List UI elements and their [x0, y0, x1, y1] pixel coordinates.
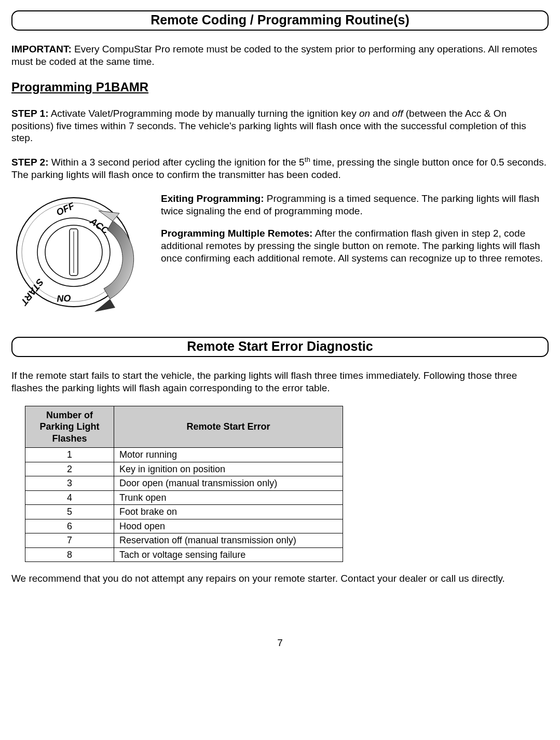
cell-error: Foot brake on — [114, 505, 343, 519]
step2-label: STEP 2: — [11, 157, 48, 168]
exiting-programming-paragraph: Exiting Programming: Programming is a ti… — [161, 193, 549, 217]
table-header-error: Remote Start Error — [114, 406, 343, 448]
table-row: 5Foot brake on — [25, 505, 343, 519]
step1-paragraph: STEP 1: Activate Valet/Programming mode … — [11, 107, 549, 144]
diagnostic-outro: We recommend that you do not attempt any… — [11, 572, 549, 585]
section-title-coding: Remote Coding / Programming Routine(s) — [11, 10, 549, 31]
cell-error: Door open (manual transmission only) — [114, 476, 343, 491]
section-title-diagnostic: Remote Start Error Diagnostic — [11, 337, 549, 357]
step1-text-b: and — [370, 108, 392, 119]
step1-on: on — [359, 108, 370, 119]
step2-text-a: Within a 3 second period after cycling t… — [48, 157, 304, 168]
cell-flashes: 6 — [25, 519, 114, 533]
page-number: 7 — [11, 637, 549, 649]
step1-label: STEP 1: — [11, 108, 48, 119]
cell-flashes: 7 — [25, 533, 114, 548]
cell-flashes: 3 — [25, 476, 114, 491]
ignition-label-on: ON — [57, 293, 72, 304]
table-row: 1Motor running — [25, 448, 343, 462]
table-header-flashes: Number of Parking Light Flashes — [25, 406, 114, 448]
cell-flashes: 8 — [25, 547, 114, 562]
error-table: Number of Parking Light Flashes Remote S… — [25, 406, 343, 563]
cell-error: Trunk open — [114, 490, 343, 505]
table-row: 6Hood open — [25, 519, 343, 533]
cell-error: Tach or voltage sensing failure — [114, 547, 343, 562]
important-text: Every CompuStar Pro remote must be coded… — [11, 44, 537, 67]
cell-flashes: 5 — [25, 505, 114, 519]
important-label: IMPORTANT: — [11, 44, 72, 54]
exit-label: Exiting Programming: — [161, 193, 264, 204]
cell-error: Key in ignition on position — [114, 462, 343, 476]
table-row: 4Trunk open — [25, 490, 343, 505]
table-row: 7Reservation off (manual transmission on… — [25, 533, 343, 548]
ignition-image-block: OFF ACC ON START Exiting Programming: Pr… — [11, 193, 549, 322]
ignition-key-icon: OFF ACC ON START — [11, 193, 152, 322]
step1-off: off — [392, 108, 403, 119]
step2-paragraph: STEP 2: Within a 3 second period after c… — [11, 156, 549, 181]
step1-text-a: Activate Valet/Programming mode by manua… — [48, 108, 359, 119]
svg-marker-6 — [94, 299, 115, 312]
diagnostic-intro: If the remote start fails to start the v… — [11, 369, 549, 394]
table-row: 8Tach or voltage sensing failure — [25, 547, 343, 562]
svg-marker-7 — [99, 211, 119, 221]
cell-error: Motor running — [114, 448, 343, 462]
programming-subtitle: Programming P1BAMR — [11, 79, 549, 95]
table-row: 3Door open (manual transmission only) — [25, 476, 343, 491]
cell-error: Reservation off (manual transmission onl… — [114, 533, 343, 548]
step2-th: th — [305, 156, 310, 163]
cell-flashes: 2 — [25, 462, 114, 476]
cell-error: Hood open — [114, 519, 343, 533]
table-row: 2Key in ignition on position — [25, 462, 343, 476]
cell-flashes: 1 — [25, 448, 114, 462]
multiple-remotes-paragraph: Programming Multiple Remotes: After the … — [161, 227, 549, 264]
multi-label: Programming Multiple Remotes: — [161, 228, 312, 239]
important-paragraph: IMPORTANT: Every CompuStar Pro remote mu… — [11, 43, 549, 68]
cell-flashes: 4 — [25, 490, 114, 505]
